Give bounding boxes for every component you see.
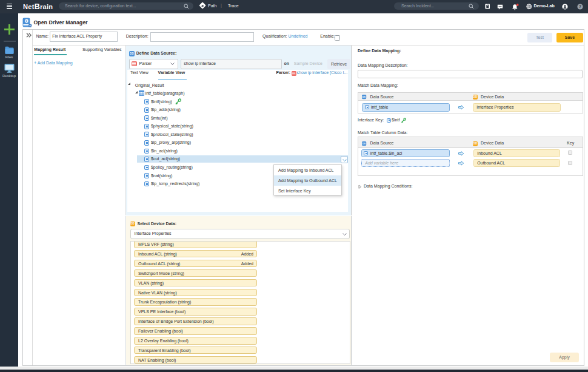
svg-text:?: ?: [579, 4, 581, 8]
